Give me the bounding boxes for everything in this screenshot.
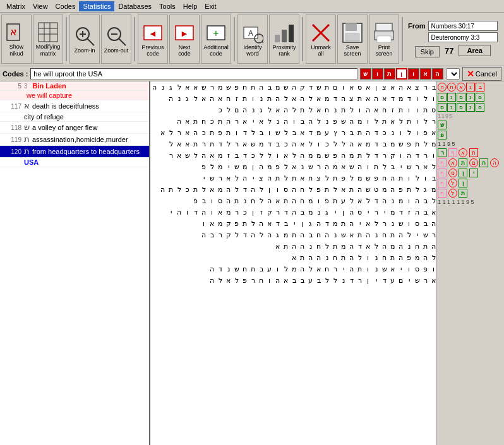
grid-cell[interactable]: א	[208, 150, 216, 161]
grid-cell[interactable]: ג	[273, 229, 282, 240]
grid-cell[interactable]: ח	[331, 252, 339, 263]
grid-cell[interactable]: ל	[175, 184, 183, 195]
grid-cell[interactable]: ל	[167, 127, 175, 138]
grid-cell[interactable]: ה	[200, 150, 208, 161]
grid-cell[interactable]: ת	[216, 116, 224, 127]
grid-cell[interactable]: א	[339, 184, 347, 195]
grid-cell[interactable]: ר	[216, 229, 224, 240]
grid-cell[interactable]: צ	[413, 81, 421, 93]
grid-cell[interactable]: א	[315, 104, 323, 116]
grid-cell[interactable]: ה	[356, 161, 364, 172]
grid-cell[interactable]: ח	[241, 81, 249, 93]
grid-cell[interactable]: ה	[364, 104, 372, 116]
grid-cell[interactable]: נ	[298, 161, 306, 172]
grid-cell[interactable]: מ	[347, 150, 356, 161]
grid-cell[interactable]: ר	[175, 127, 183, 138]
grid-cell[interactable]: ר	[380, 218, 388, 229]
grid-cell[interactable]: א	[372, 104, 380, 116]
grid-cell[interactable]: מ	[397, 195, 405, 206]
grid-cell[interactable]: ל	[323, 240, 331, 252]
grid-cell[interactable]: ק	[298, 81, 306, 93]
grid-cell[interactable]: ה	[224, 195, 232, 206]
grid-cell[interactable]: פ	[421, 127, 429, 138]
grid-cell[interactable]: ת	[232, 195, 241, 206]
heb-btn-1[interactable]: ש	[360, 68, 371, 80]
grid-cell[interactable]: ה	[265, 229, 273, 240]
grid-cell[interactable]: נ	[372, 252, 380, 263]
grid-cell[interactable]: מ	[380, 184, 388, 195]
grid-cell[interactable]: מ	[216, 218, 224, 229]
grid-cell[interactable]: ו	[405, 104, 413, 116]
grid-cell[interactable]: ס	[413, 218, 421, 229]
grid-cell[interactable]: ל	[191, 93, 200, 104]
grid-cell[interactable]: ו	[405, 263, 413, 275]
grid-cell[interactable]: א	[265, 218, 273, 229]
grid-cell[interactable]: ה	[405, 150, 413, 161]
grid-cell[interactable]: ל	[347, 104, 356, 116]
grid-cell[interactable]: ז	[388, 104, 397, 116]
grid-cell[interactable]: ת	[191, 138, 200, 150]
grid-cell[interactable]: י	[167, 206, 175, 218]
grid-cell[interactable]: א	[429, 206, 436, 218]
grid-cell[interactable]: ד	[372, 150, 380, 161]
grid-cell[interactable]: ד	[347, 275, 356, 286]
grid-cell[interactable]: ב	[421, 218, 429, 229]
grid-cell[interactable]: ל	[323, 172, 331, 184]
grid-cell[interactable]: כ	[241, 206, 249, 218]
grid-cell[interactable]: א	[159, 127, 167, 138]
grid-cell[interactable]: ה	[429, 218, 436, 229]
grid-cell[interactable]: ת	[347, 184, 356, 195]
grid-cell[interactable]: מ	[364, 138, 372, 150]
grid-cell[interactable]: ה	[290, 240, 298, 252]
grid-cell[interactable]: ם	[232, 104, 241, 116]
grid-cell[interactable]: ו	[208, 206, 216, 218]
grid-cell[interactable]: ו	[265, 275, 273, 286]
additional-code-button[interactable]: + Additionalcode	[201, 15, 231, 64]
grid-cell[interactable]: מ	[388, 138, 397, 150]
grid-cell[interactable]: ל	[429, 252, 436, 263]
grid-cell[interactable]: ח	[298, 195, 306, 206]
grid-cell[interactable]: ט	[372, 184, 380, 195]
grid-cell[interactable]: פ	[241, 275, 249, 286]
grid-cell[interactable]: ס	[356, 206, 364, 218]
grid-cell[interactable]: מ	[356, 172, 364, 184]
grid-cell[interactable]: ל	[290, 150, 298, 161]
modify-matrix-button[interactable]: Modifyingmatrix	[33, 15, 63, 64]
grid-cell[interactable]: ב	[298, 275, 306, 286]
grid-cell[interactable]: נ	[273, 116, 282, 127]
grid-cell[interactable]: א	[388, 116, 397, 127]
grid-cell[interactable]: ב	[380, 138, 388, 150]
grid-cell[interactable]: א	[183, 116, 191, 127]
grid-cell[interactable]: א	[241, 116, 249, 127]
grid-cell[interactable]: ל	[224, 138, 232, 150]
grid-cell[interactable]: מ	[323, 93, 331, 104]
grid-cell[interactable]: ה	[257, 218, 265, 229]
menu-statistics[interactable]: Statistics	[79, 1, 114, 11]
grid-cell[interactable]: נ	[331, 104, 339, 116]
grid-cell[interactable]: נ	[372, 229, 380, 240]
grid-cell[interactable]: ש	[413, 275, 421, 286]
grid-cell[interactable]: ד	[372, 127, 380, 138]
grid-cell[interactable]: ב	[298, 206, 306, 218]
grid-cell[interactable]: נ	[405, 240, 413, 252]
grid-cell[interactable]: ת	[356, 150, 364, 161]
grid-cell[interactable]: ן	[372, 81, 380, 93]
grid-cell[interactable]: א	[273, 104, 282, 116]
grid-cell[interactable]: ל	[413, 172, 421, 184]
grid-cell[interactable]: ש	[273, 127, 282, 138]
grid-cell[interactable]: ת	[339, 218, 347, 229]
heb-btn-3[interactable]: ת	[384, 68, 395, 80]
grid-cell[interactable]: ר	[200, 138, 208, 150]
grid-cell[interactable]: ס	[216, 195, 224, 206]
grid-cell[interactable]: ש	[347, 161, 356, 172]
grid-cell[interactable]: ח	[380, 252, 388, 263]
next-code-button[interactable]: ► Nextcode	[169, 15, 200, 64]
grid-cell[interactable]: א	[429, 127, 436, 138]
grid-cell[interactable]: ל	[339, 138, 347, 150]
heb-btn-6[interactable]: א	[420, 68, 431, 80]
grid-cell[interactable]: ה	[372, 93, 380, 104]
heb-btn-5[interactable]: ו	[408, 68, 419, 80]
area-button[interactable]: Area	[459, 45, 490, 56]
grid-cell[interactable]: ה	[273, 275, 282, 286]
grid-cell[interactable]: ת	[331, 240, 339, 252]
